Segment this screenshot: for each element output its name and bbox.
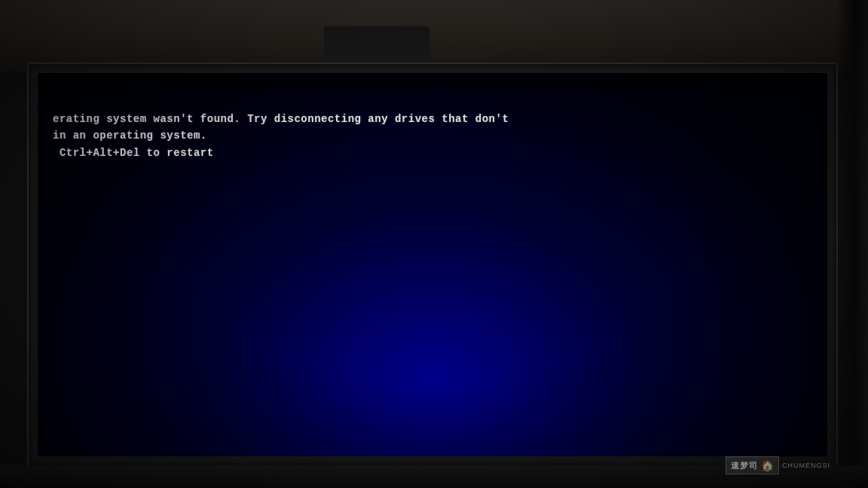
watermark-box: 速梦司 🏠 (726, 456, 779, 474)
screen-top-shadow (38, 73, 827, 88)
monitor-screen: erating system wasn't found. Try disconn… (38, 73, 827, 456)
error-line-3: Ctrl+Alt+Del to restart (53, 145, 812, 161)
background-object (324, 26, 429, 64)
error-text-container: erating system wasn't found. Try disconn… (53, 111, 812, 161)
error-line-1: erating system wasn't found. Try disconn… (53, 111, 812, 127)
watermark-latin-text: CHUMENGSI (782, 462, 830, 469)
photo-background-top (0, 0, 868, 72)
right-shadow (836, 0, 868, 488)
watermark: 速梦司 🏠 CHUMENGSI (726, 456, 830, 474)
monitor-bezel: erating system wasn't found. Try disconn… (29, 64, 836, 465)
error-line-2: in an operating system. (53, 127, 812, 144)
watermark-chinese-text: 速梦司 (731, 460, 758, 471)
watermark-icon: 🏠 (761, 459, 774, 471)
photo-wrapper: erating system wasn't found. Try disconn… (0, 0, 868, 488)
